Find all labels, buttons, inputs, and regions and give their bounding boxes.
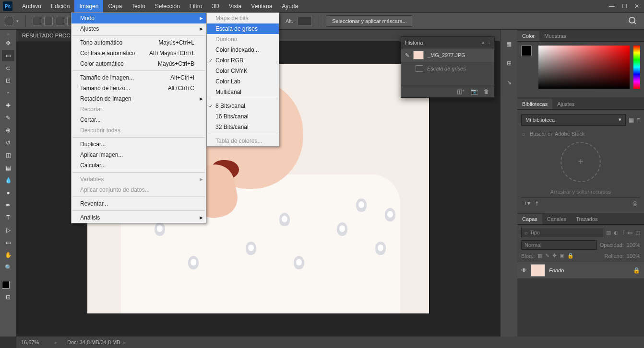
layer-thumbnail[interactable] [531, 264, 545, 277]
menu-item[interactable]: Contraste automáticoAlt+Mayús+Ctrl+L [72, 48, 206, 58]
fill-value[interactable]: 100% [627, 253, 640, 259]
menubar-item-selección[interactable]: Selección [150, 0, 185, 12]
create-document-icon[interactable]: ◫⁺ [457, 88, 465, 95]
tool-crop[interactable]: ⊡ [2, 75, 14, 86]
menu-item[interactable]: Color CMYK [207, 66, 279, 76]
trash-icon[interactable]: 🗑 [484, 88, 489, 95]
menu-item[interactable]: Ajustes▶ [72, 23, 206, 34]
tool-healing[interactable]: ✚ [2, 100, 14, 111]
grid-view-icon[interactable]: ▦ [629, 116, 634, 123]
tool-eyedropper[interactable]: ⁃ [2, 87, 14, 99]
menubar-item-ayuda[interactable]: Ayuda [277, 0, 303, 12]
camera-icon[interactable]: 📷 [471, 88, 478, 95]
cc-icon[interactable]: ◎ [632, 200, 637, 207]
panel-tab-color[interactable]: Color [517, 31, 539, 41]
menubar-item-archivo[interactable]: Archivo [17, 0, 46, 12]
menu-item[interactable]: Multicanal [207, 87, 279, 97]
tool-path-select[interactable]: ▷ [2, 224, 14, 236]
maximize-icon[interactable]: ☐ [620, 3, 629, 10]
add-content-icon[interactable]: +▾ [524, 200, 530, 207]
lock-all-icon[interactable]: 🔒 [567, 253, 574, 259]
panel-menu-icon[interactable]: ≡ [488, 40, 490, 46]
menu-item[interactable]: Rotación de imagen▶ [72, 93, 206, 104]
paragraph-icon[interactable]: ↘ [504, 78, 514, 87]
tool-zoom[interactable]: 🔍 [2, 262, 14, 273]
tool-blur[interactable]: 💧 [2, 174, 14, 186]
history-step[interactable]: Escala de grises [401, 62, 494, 75]
menu-item[interactable]: Reventar... [72, 198, 206, 209]
menu-item[interactable]: Color Lab [207, 76, 279, 87]
screen-mode-icon[interactable]: ⊡ [2, 291, 14, 303]
lock-paint-icon[interactable]: ✎ [545, 253, 549, 259]
menu-item[interactable]: Análisis▶ [72, 212, 206, 223]
library-dropzone[interactable]: + Arrastrar y soltar recursos [521, 142, 640, 195]
filter-type-icon[interactable]: T [621, 230, 625, 236]
tool-brush[interactable]: ✎ [2, 112, 14, 124]
history-brush-source-icon[interactable]: ✎ [405, 52, 409, 58]
close-icon[interactable]: ✕ [632, 3, 641, 10]
library-select[interactable]: Mi biblioteca▾ [521, 114, 626, 126]
menu-item[interactable]: Calcular... [72, 160, 206, 171]
filter-pixel-icon[interactable]: ▧ [606, 230, 611, 236]
menubar-item-texto[interactable]: Texto [127, 0, 150, 12]
alt-input[interactable] [298, 17, 312, 25]
visibility-icon[interactable]: 👁 [521, 267, 527, 274]
menu-item[interactable]: Cortar... [72, 115, 206, 125]
menu-item[interactable]: ✓Color RGB [207, 55, 279, 66]
upload-icon[interactable]: ⭱ [534, 200, 540, 207]
menubar-item-3d[interactable]: 3D [207, 0, 224, 12]
menu-item[interactable]: Color indexado... [207, 45, 279, 55]
menubar-item-imagen[interactable]: Imagen [74, 0, 103, 12]
tool-dodge[interactable]: ● [2, 187, 14, 198]
selection-add-icon[interactable] [44, 17, 53, 25]
menu-item[interactable]: Color automáticoMayús+Ctrl+B [72, 58, 206, 69]
minimize-icon[interactable]: — [608, 3, 616, 10]
tool-gradient[interactable]: ▤ [2, 162, 14, 174]
tool-clone[interactable]: ⊕ [2, 125, 14, 136]
tool-preset-icon[interactable] [5, 17, 13, 25]
menu-item[interactable]: 16 Bits/canal [207, 111, 279, 122]
search-icon[interactable] [629, 17, 637, 25]
lock-trans-icon[interactable]: ▦ [537, 253, 542, 259]
panel-tab-canales[interactable]: Canales [542, 214, 571, 224]
zoom-level[interactable]: 16,67% [16, 339, 55, 345]
menubar-item-filtro[interactable]: Filtro [185, 0, 207, 12]
tool-move[interactable]: ✥ [2, 37, 14, 49]
hue-slider[interactable] [633, 46, 640, 89]
history-snapshot[interactable]: ✎ _MG_2977.JPG [401, 48, 494, 62]
library-search[interactable]: Buscar en Adobe Stock [521, 128, 640, 139]
tool-type[interactable]: T [2, 212, 14, 223]
color-field[interactable] [538, 46, 630, 89]
menu-item[interactable]: Duplicar... [72, 139, 206, 150]
list-view-icon[interactable]: ≡ [637, 116, 640, 123]
menu-item[interactable]: Aplicar imagen... [72, 150, 206, 160]
panel-collapse-icon[interactable]: » [481, 40, 484, 46]
properties-icon[interactable]: ▦ [504, 39, 514, 49]
tool-eraser[interactable]: ◫ [2, 150, 14, 161]
doc-info[interactable]: Doc: 34,8 MB/34,8 MB [58, 339, 120, 345]
panel-tab-bibliotecas[interactable]: Bibliotecas [517, 99, 552, 109]
blend-mode-select[interactable]: Normal [521, 240, 597, 250]
opacity-value[interactable]: 100% [627, 242, 640, 248]
menu-item[interactable]: Tamaño de imagen...Alt+Ctrl+I [72, 72, 206, 83]
tool-pen[interactable]: ✒ [2, 199, 14, 211]
menu-item[interactable]: Tamaño de lienzo...Alt+Ctrl+C [72, 83, 206, 93]
menu-item[interactable]: Tono automáticoMayús+Ctrl+L [72, 37, 206, 48]
tool-rectangle[interactable]: ▭ [2, 237, 14, 248]
filter-shape-icon[interactable]: ▭ [628, 230, 632, 236]
menu-item[interactable]: Modo▶ [72, 13, 206, 23]
menubar-item-vista[interactable]: Vista [224, 0, 246, 12]
filter-smart-icon[interactable]: ◫ [635, 230, 640, 236]
menubar-item-capa[interactable]: Capa [103, 0, 127, 12]
panel-tab-muestras[interactable]: Muestras [539, 31, 571, 41]
select-and-mask-button[interactable]: Seleccionar y aplicar máscara... [326, 15, 413, 27]
filter-adjust-icon[interactable]: ◐ [614, 230, 619, 236]
layer-filter-select[interactable]: ⌕ Tipo [521, 228, 603, 237]
layer-name[interactable]: Fondo [549, 267, 629, 273]
layer-row[interactable]: 👁 Fondo 🔒 [517, 262, 644, 279]
document-tab[interactable]: RESULTADO PROC [16, 30, 76, 41]
tool-marquee[interactable]: ▭ [2, 50, 14, 61]
menubar-item-ventana[interactable]: Ventana [246, 0, 277, 12]
tool-history-brush[interactable]: ↺ [2, 137, 14, 149]
tool-hand[interactable]: ✋ [2, 249, 14, 261]
